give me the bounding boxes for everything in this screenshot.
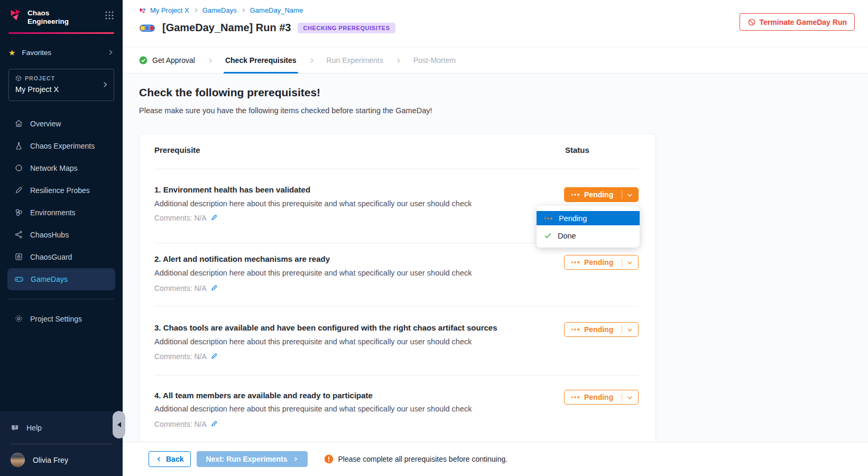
user-avatar (11, 453, 25, 467)
edit-pencil-icon[interactable] (210, 420, 218, 428)
sidebar-nav: Overview Chaos Experiments Network Maps … (0, 113, 123, 290)
chevron-right-icon (195, 48, 225, 73)
sidebar-item-gamedays[interactable]: GameDays (7, 268, 115, 290)
sidebar-item-label: ChaosGuard (30, 253, 72, 261)
user-name: Olivia Frey (33, 456, 68, 464)
breadcrumb-link-gamedays[interactable]: GameDays (202, 6, 237, 14)
sidebar-item-label: Project Settings (30, 315, 82, 323)
breadcrumb-logo-icon (139, 7, 146, 14)
back-button[interactable]: Back (149, 451, 191, 467)
sidebar-bottom: Help Olivia Frey (0, 411, 123, 476)
chevron-down-icon (626, 326, 633, 333)
status-dropdown-button[interactable]: Pending (564, 187, 639, 202)
warning-icon (324, 454, 334, 464)
edit-pencil-icon[interactable] (210, 285, 218, 292)
chevron-down-icon (626, 394, 633, 401)
tab-check-prerequisites[interactable]: Check Prerequisites (225, 48, 297, 73)
page-title: [GameDay_Name] Run #3 (162, 22, 291, 34)
tab-post-mortem[interactable]: Post-Mortem (413, 48, 456, 73)
terminate-gameday-button[interactable]: Terminate GameDay Run (740, 13, 855, 31)
sidebar-item-label: Overview (30, 120, 61, 128)
menu-item-done[interactable]: Done (537, 228, 640, 243)
content-heading: Check the following prerequisites! (139, 86, 320, 99)
sidebar-item-environments[interactable]: Environments (7, 202, 115, 224)
lock-icon (14, 252, 23, 261)
chevron-right-icon (292, 456, 299, 462)
chevron-right-icon (193, 7, 199, 13)
prerequisites-card: Prerequisite Status 1. Environment healt… (139, 133, 656, 456)
hub-icon (14, 230, 23, 239)
sidebar-collapse-handle[interactable] (113, 411, 125, 438)
favorites-row[interactable]: ★ Favorites (0, 49, 123, 57)
prerequisite-title: 2. Alert and notification mechanisms are… (154, 254, 330, 263)
prerequisite-title: 3. Chaos tools are available and have be… (154, 323, 497, 332)
sidebar-item-help[interactable]: Help (4, 417, 118, 439)
status-dropdown-menu: Pending Done (537, 206, 640, 248)
menu-item-pending[interactable]: Pending (537, 211, 640, 225)
sidebar-item-project-settings[interactable]: Project Settings (7, 308, 115, 330)
chevron-right-icon (297, 48, 327, 73)
brand-accent-rule (8, 32, 114, 34)
chevron-down-icon (626, 191, 633, 198)
pending-dots-icon (571, 396, 580, 399)
sidebar-item-label: Help (26, 424, 42, 432)
sidebar-item-chaosguard[interactable]: ChaosGuard (7, 246, 115, 268)
button-divider (622, 393, 622, 401)
module-grid-icon[interactable] (105, 11, 114, 20)
sidebar-item-overview[interactable]: Overview (7, 113, 115, 135)
chevron-down-icon (626, 259, 633, 266)
brand-name: Chaos Engineering (27, 8, 69, 26)
sidebar-item-label: ChaosHubs (30, 231, 69, 239)
gear-icon (14, 314, 23, 323)
sidebar-item-resilience-probes[interactable]: Resilience Probes (7, 179, 115, 202)
prerequisite-comments: Comments: N/A (154, 214, 218, 222)
button-divider (622, 258, 622, 267)
check-circle-icon (139, 56, 147, 65)
sidebar-item-label: GameDays (31, 275, 68, 283)
prerequisite-description: Additional description here about this p… (154, 269, 472, 277)
sidebar-item-chaos-experiments[interactable]: Chaos Experiments (7, 135, 115, 157)
edit-pencil-icon[interactable] (210, 214, 218, 222)
breadcrumb-link-gameday-name[interactable]: GameDay_Name (250, 6, 303, 14)
column-header-prerequisite: Prerequisite (154, 145, 200, 154)
help-chat-icon (11, 424, 20, 433)
sidebar: Chaos Engineering ★ Favorites PROJECT (0, 0, 123, 476)
gamepad-icon (14, 274, 24, 284)
status-dropdown-button[interactable]: Pending (564, 390, 639, 405)
user-divider (11, 444, 112, 444)
chevron-right-icon (241, 7, 246, 13)
ban-icon (747, 18, 756, 26)
tab-run-experiments[interactable]: Run Experiments (327, 48, 383, 73)
pending-dots-icon (571, 328, 580, 331)
column-header-status: Status (565, 145, 589, 154)
chaos-logo-icon (8, 8, 22, 22)
chevron-left-icon (156, 456, 162, 462)
status-dropdown-button[interactable]: Pending (564, 255, 639, 270)
button-divider (622, 325, 622, 334)
status-dropdown-button[interactable]: Pending (564, 322, 639, 337)
star-icon: ★ (8, 49, 15, 57)
sidebar-item-chaoshubs[interactable]: ChaosHubs (7, 224, 115, 246)
sidebar-item-label: Network Maps (30, 164, 77, 172)
edit-pencil-icon[interactable] (210, 353, 218, 360)
sidebar-item-network-maps[interactable]: Network Maps (7, 157, 115, 179)
project-label: PROJECT (25, 75, 55, 81)
prerequisite-comments: Comments: N/A (154, 352, 218, 361)
next-run-experiments-button[interactable]: Next: Run Experiments (197, 451, 307, 467)
user-menu[interactable]: Olivia Frey (0, 449, 123, 476)
content-area: Check the following prerequisites! Pleas… (123, 74, 868, 442)
footer-bar: Back Next: Run Experiments Please comple… (123, 442, 868, 476)
breadcrumb-link-project[interactable]: My Project X (150, 6, 189, 14)
sidebar-item-label: Chaos Experiments (30, 142, 95, 150)
cube-icon (15, 75, 22, 81)
sidebar-header: Chaos Engineering (0, 0, 123, 26)
chevron-right-icon (101, 81, 109, 89)
button-divider (622, 190, 622, 199)
project-selector[interactable]: PROJECT My Project X (8, 69, 114, 101)
page-header: My Project X GameDays GameDay_Name (123, 0, 868, 47)
prerequisite-description: Additional description here about this p… (154, 337, 472, 346)
chevron-left-icon (117, 422, 121, 427)
tab-get-approval[interactable]: Get Approval (139, 48, 195, 73)
sidebar-item-label: Resilience Probes (30, 186, 90, 195)
content-subheading: Please make sure you have the following … (139, 106, 432, 115)
